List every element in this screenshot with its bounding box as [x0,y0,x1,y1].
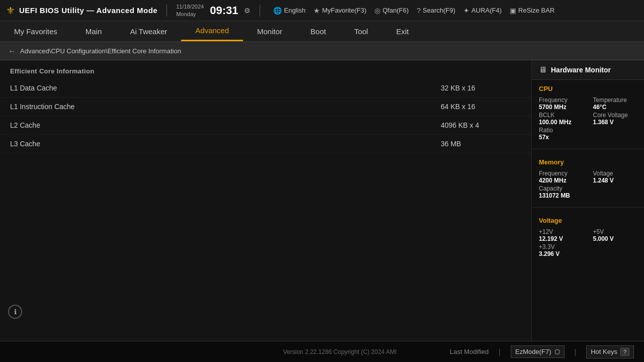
row-l1-data-value: 32 KB x 16 [441,84,521,92]
header-datetime: 11/18/2024 Monday [176,3,204,18]
tool-search-label: Search(F9) [423,7,455,14]
hotkeys-key-badge: ? [620,348,629,356]
mem-voltage-value: 1.248 V [593,177,637,184]
hardware-monitor-sidebar: 🖥 Hardware Monitor CPU Frequency 5700 MH… [531,60,644,341]
tool-myfavorite-label: MyFavorite(F3) [322,7,366,14]
mem-voltage-label: Voltage [593,170,637,177]
mem-capacity-group: Capacity 131072 MB [539,185,637,199]
header-day: Monday [176,11,204,18]
cpu-frequency-label: Frequency [539,97,583,104]
nav-monitor[interactable]: Monitor [243,21,296,41]
table-row: L1 Data Cache 32 KB x 16 [0,79,531,98]
fan-icon: ◎ [374,7,380,15]
status-bar: Version 2.22.1286 Copyright (C) 2024 AMI… [0,341,644,362]
header-divider-2 [260,5,260,17]
cpu-frequency-value: 5700 MHz [539,104,583,111]
volt-12v-value: 12.192 V [539,235,583,242]
row-l2-value: 4096 KB x 4 [441,121,521,129]
info-button[interactable]: ℹ [8,305,22,319]
nav-exit[interactable]: Exit [382,21,423,41]
tool-resizebar-label: ReSize BAR [518,7,554,14]
favorite-icon: ★ [313,7,320,15]
cpu-temperature-value: 46°C [593,104,637,111]
cpu-ratio-group: Ratio 57x [539,127,637,141]
divider-1: | [499,348,501,356]
mem-capacity-label: Capacity [539,185,637,192]
cpu-bclk-voltage-pair: BCLK 100.00 MHz Core Voltage 1.368 V [539,112,637,126]
nav-tool[interactable]: Tool [340,21,382,41]
resizebar-icon: ▣ [510,7,516,15]
nav-ai-tweaker[interactable]: Ai Tweaker [116,21,181,41]
breadcrumb-path: Advanced\CPU Configuration\Efficient Cor… [20,47,181,55]
tool-english[interactable]: 🌐 English [273,7,305,15]
header-time: 09:31 [210,5,238,16]
row-l2-label: L2 Cache [10,121,441,129]
hotkeys-label: Hot Keys [591,348,617,355]
mem-frequency-group: Frequency 4200 MHz [539,170,583,184]
header-tools: 🌐 English ★ MyFavorite(F3) ◎ Qfan(F6) ? … [273,7,554,15]
tool-search[interactable]: ? Search(F9) [417,7,455,15]
info-icon-area: ℹ [8,305,22,319]
copyright-text: Version 2.22.1286 Copyright (C) 2024 AMI [230,348,450,355]
cpu-ratio-label: Ratio [539,127,637,134]
table-row: L2 Cache 4096 KB x 4 [0,116,531,135]
sidebar-header: 🖥 Hardware Monitor [532,60,644,80]
ezmode-label: EzMode(F7) [515,348,551,355]
tool-qfan[interactable]: ◎ Qfan(F6) [374,7,409,15]
nav-main[interactable]: Main [71,21,116,41]
volt-5v-group: +5V 5.000 V [593,228,637,242]
globe-icon: 🌐 [273,7,282,15]
nav-boot[interactable]: Boot [296,21,340,41]
cpu-memory-divider [532,149,644,149]
ezmode-icon: ⬡ [554,348,560,355]
ezmode-button[interactable]: EzMode(F7) ⬡ [511,345,565,358]
status-right: Last Modified | EzMode(F7) ⬡ | Hot Keys … [450,345,634,358]
row-l3-value: 36 MB [441,140,521,148]
sidebar-title: Hardware Monitor [551,66,611,74]
volt-33v-value: 3.296 V [539,250,637,257]
cpu-bclk-group: BCLK 100.00 MHz [539,112,583,126]
mem-frequency-value: 4200 MHz [539,177,583,184]
mem-capacity-value: 131072 MB [539,192,637,199]
gear-icon[interactable]: ⚙ [244,7,251,15]
mem-frequency-label: Frequency [539,170,583,177]
table-row: L3 Cache 36 MB [0,135,531,153]
header-divider [167,5,167,17]
row-l1-instr-label: L1 Instruction Cache [10,103,441,111]
nav-advanced[interactable]: Advanced [181,21,243,41]
voltage-section: Voltage +12V 12.192 V +5V 5.000 V +3.3V … [532,212,644,261]
volt-33v-group: +3.3V 3.296 V [539,243,637,257]
section-header: Efficient Core Information [0,60,531,79]
volt-5v-value: 5.000 V [593,235,637,242]
header-title: UEFI BIOS Utility — Advanced Mode [19,6,157,15]
cpu-bclk-value: 100.00 MHz [539,119,583,126]
volt-12v-label: +12V [539,228,583,235]
tool-aura-label: AURA(F4) [471,7,502,14]
header-bar: ⚜ UEFI BIOS Utility — Advanced Mode 11/1… [0,0,644,21]
cpu-core-voltage-label: Core Voltage [593,112,637,119]
content-area: Efficient Core Information L1 Data Cache… [0,60,531,341]
tool-aura[interactable]: ✦ AURA(F4) [463,7,502,15]
tool-myfavorite[interactable]: ★ MyFavorite(F3) [313,7,366,15]
nav-my-favorites[interactable]: My Favorites [0,21,71,41]
cpu-section: CPU Frequency 5700 MHz Temperature 46°C … [532,80,644,145]
volt-12v-5v-pair: +12V 12.192 V +5V 5.000 V [539,228,637,242]
nav-bar: My Favorites Main Ai Tweaker Advanced Mo… [0,21,644,42]
breadcrumb-bar: ← Advanced\CPU Configuration\Efficient C… [0,42,644,60]
tool-english-label: English [284,7,305,14]
logo-icon: ⚜ [6,5,15,17]
aura-icon: ✦ [463,7,469,15]
breadcrumb-back-button[interactable]: ← [8,47,16,56]
table-row: L1 Instruction Cache 64 KB x 16 [0,98,531,116]
hotkeys-button[interactable]: Hot Keys ? [586,345,634,358]
divider-2: | [575,348,577,356]
cpu-frequency-group: Frequency 5700 MHz [539,97,583,111]
tool-qfan-label: Qfan(F6) [382,7,409,14]
tool-resizebar[interactable]: ▣ ReSize BAR [510,7,554,15]
logo-area: ⚜ UEFI BIOS Utility — Advanced Mode [6,5,157,17]
row-l1-instr-value: 64 KB x 16 [441,103,521,111]
row-l3-label: L3 Cache [10,140,441,148]
row-l1-data-label: L1 Data Cache [10,84,441,92]
memory-voltage-divider [532,207,644,208]
cpu-core-voltage-group: Core Voltage 1.368 V [593,112,637,126]
